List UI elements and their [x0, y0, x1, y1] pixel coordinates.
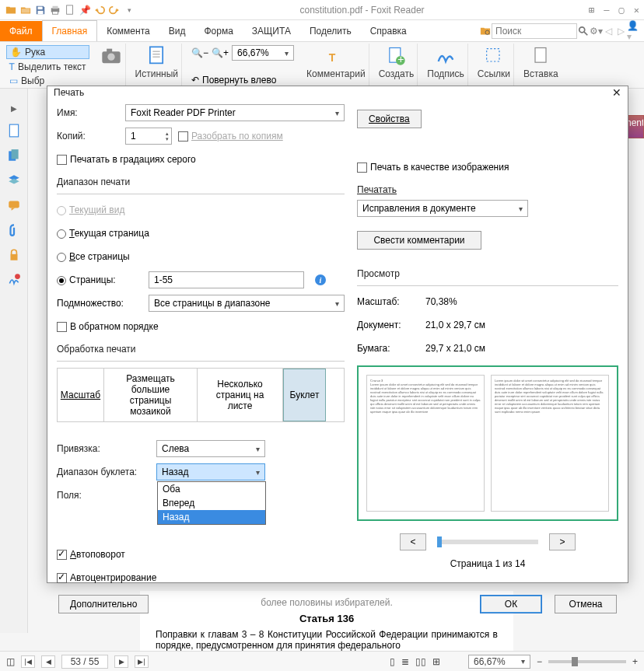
- preview-prev-button[interactable]: <: [400, 533, 426, 550]
- attachment-icon[interactable]: [7, 223, 21, 237]
- print-what-select[interactable]: Исправления в документе: [357, 200, 528, 217]
- grayscale-checkbox-wrap[interactable]: Печатать в градациях серого: [57, 154, 196, 165]
- document-icon[interactable]: [64, 4, 76, 16]
- security-icon[interactable]: [7, 248, 21, 262]
- hand-tool[interactable]: ✋Рука: [6, 45, 89, 59]
- tab-form[interactable]: Форма: [194, 21, 242, 41]
- tab-comment[interactable]: Коммента: [97, 21, 159, 41]
- redo-icon[interactable]: [108, 4, 121, 16]
- handling-scale[interactable]: Масштаб: [58, 369, 104, 421]
- autocenter-wrap[interactable]: Автоцентрирование: [57, 572, 156, 583]
- prev-page-button[interactable]: ◀: [41, 655, 55, 668]
- status-size-icon[interactable]: ◫: [6, 656, 15, 667]
- layout-facing-icon[interactable]: ▯▯: [415, 656, 426, 667]
- links-button[interactable]: Ссылки: [478, 45, 510, 79]
- qat-dropdown-icon[interactable]: ▾: [123, 4, 135, 16]
- radio-pages[interactable]: Страницы:: [57, 274, 142, 285]
- next-page-button[interactable]: ▶: [114, 655, 128, 668]
- as-image-wrap[interactable]: Печать в качестве изображения: [357, 162, 509, 173]
- zoom-in-icon[interactable]: 🔍+: [212, 47, 229, 58]
- close-icon[interactable]: ✕: [634, 5, 639, 16]
- comments-panel-icon[interactable]: [7, 198, 21, 212]
- zoom-combo[interactable]: 66,67%: [232, 45, 294, 61]
- page-panel-icon[interactable]: [7, 124, 21, 138]
- nav-back-icon[interactable]: ◁: [602, 25, 614, 37]
- zoom-out-icon[interactable]: 🔍−: [191, 47, 208, 58]
- cancel-button[interactable]: Отмена: [555, 595, 617, 613]
- autorotate-checkbox[interactable]: [57, 550, 67, 560]
- sidebar-expand-icon[interactable]: ▶: [11, 104, 17, 113]
- snapshot-button[interactable]: [100, 45, 122, 67]
- handling-tile[interactable]: Размещать большие страницы мозаикой: [104, 369, 198, 421]
- maximize-icon[interactable]: ▢: [619, 5, 625, 16]
- autorotate-wrap[interactable]: Автоповорот: [57, 549, 125, 560]
- zoom-out-status-icon[interactable]: −: [537, 656, 542, 667]
- reverse-checkbox[interactable]: [57, 322, 67, 332]
- reverse-checkbox-wrap[interactable]: В обратном порядке: [57, 321, 159, 332]
- undo-icon[interactable]: [93, 4, 106, 16]
- advanced-button[interactable]: Дополнительно: [58, 595, 149, 613]
- collate-checkbox[interactable]: [178, 131, 188, 142]
- autocenter-checkbox[interactable]: [57, 573, 67, 583]
- gear-icon[interactable]: ⚙▾: [590, 25, 602, 37]
- radio-all-pages-btn[interactable]: [57, 253, 66, 262]
- info-icon[interactable]: i: [315, 274, 326, 285]
- tab-home[interactable]: Главная: [42, 20, 98, 41]
- page-number-box[interactable]: 53 / 55: [61, 655, 108, 669]
- tab-view[interactable]: Вид: [159, 21, 195, 41]
- dialog-close-icon[interactable]: ✕: [612, 86, 621, 99]
- search-icon[interactable]: [577, 25, 590, 37]
- copies-spinner[interactable]: 1: [125, 128, 172, 145]
- zoom-in-status-icon[interactable]: +: [632, 656, 638, 667]
- insert-button[interactable]: Вставка: [523, 45, 558, 79]
- tab-file[interactable]: Файл: [0, 21, 42, 41]
- rotate-left-icon[interactable]: ↶: [191, 75, 199, 86]
- collate-checkbox-wrap[interactable]: Разобрать по копиям: [178, 131, 283, 142]
- radio-current-page[interactable]: Текущая страница: [57, 228, 149, 239]
- booklet-range-select[interactable]: Назад Оба Вперед Назад: [156, 463, 265, 481]
- layers-icon[interactable]: [7, 173, 21, 187]
- flatten-button[interactable]: Свести комментарии: [357, 231, 481, 250]
- signatures-icon[interactable]: [7, 273, 21, 287]
- booklet-opt-both[interactable]: Оба: [158, 482, 265, 496]
- pages-panel-icon[interactable]: [7, 149, 21, 163]
- last-page-button[interactable]: ▶|: [135, 655, 149, 668]
- booklet-opt-forward[interactable]: Вперед: [158, 496, 265, 510]
- layout-single-icon[interactable]: ▯: [390, 656, 395, 667]
- nav-fwd-icon[interactable]: ▷: [614, 25, 627, 37]
- comment-button[interactable]: T Комментарий: [306, 45, 366, 79]
- layout-continuous-icon[interactable]: ≣: [401, 656, 409, 667]
- select-text-tool[interactable]: ᎢВыделить текст: [6, 61, 89, 73]
- grayscale-checkbox[interactable]: [57, 155, 67, 165]
- printer-select[interactable]: Foxit Reader PDF Printer: [125, 104, 345, 121]
- preview-slider[interactable]: [437, 540, 538, 544]
- sign-button[interactable]: Подпись: [427, 45, 464, 79]
- create-button[interactable]: + Создать: [379, 45, 415, 79]
- radio-current-page-btn[interactable]: [57, 229, 66, 239]
- search-folder-icon[interactable]: [479, 25, 492, 37]
- minimize-icon[interactable]: —: [604, 5, 609, 16]
- properties-button[interactable]: Свойства: [357, 110, 422, 128]
- open-icon[interactable]: [5, 4, 17, 16]
- tab-share[interactable]: Поделить: [300, 21, 361, 41]
- rotate-left-label[interactable]: Повернуть влево: [202, 75, 276, 86]
- zoom-slider[interactable]: [548, 660, 626, 663]
- tab-help[interactable]: Справка: [361, 21, 416, 41]
- subset-select[interactable]: Все страницы в диапазоне: [149, 295, 345, 312]
- layout-cont-facing-icon[interactable]: ⊞: [432, 656, 440, 667]
- radio-all-pages[interactable]: Все страницы: [57, 251, 130, 262]
- zoom-status-combo[interactable]: 66,67%: [468, 655, 530, 669]
- as-image-checkbox[interactable]: [357, 163, 367, 173]
- preview-next-button[interactable]: >: [549, 533, 576, 550]
- true-size-button[interactable]: Истинный: [135, 45, 178, 79]
- booklet-opt-back[interactable]: Назад: [158, 510, 265, 524]
- ribbon-toggle-icon[interactable]: ⊞: [589, 5, 594, 16]
- pin-icon[interactable]: 📌: [79, 4, 91, 16]
- radio-pages-btn[interactable]: [57, 276, 66, 285]
- handling-multi[interactable]: Несколько страниц на листе: [198, 369, 283, 421]
- first-page-button[interactable]: |◀: [21, 655, 35, 668]
- search-input[interactable]: [492, 23, 577, 39]
- user-icon[interactable]: 👤▾: [627, 25, 639, 37]
- handling-booklet[interactable]: Буклет: [283, 369, 326, 421]
- print-icon[interactable]: [49, 4, 61, 16]
